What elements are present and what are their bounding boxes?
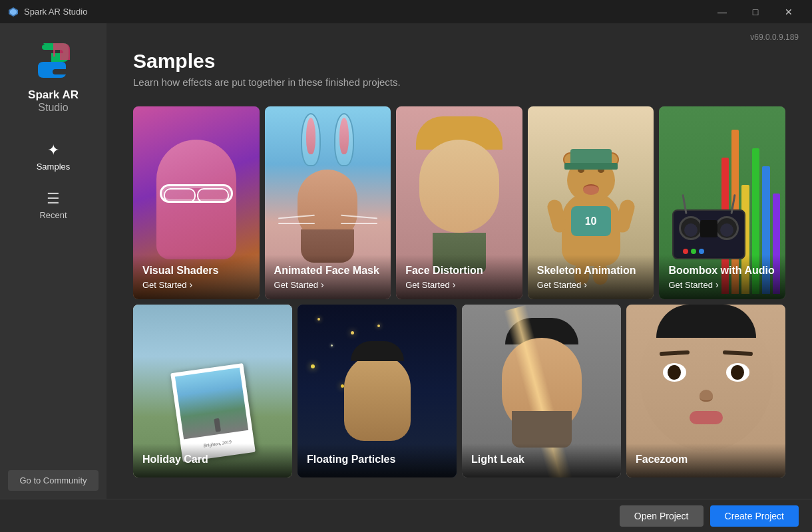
card-title-facezoom: Facezoom <box>636 453 776 466</box>
app-icon <box>8 7 19 17</box>
bear-shirt: 10 <box>571 206 611 236</box>
card-overlay-face-distortion: Face Distortion Get Started › <box>396 255 522 299</box>
card-arrow-animated-face: › <box>321 279 324 290</box>
logo-text-line1: Spark AR <box>28 88 79 102</box>
maximize-button[interactable]: □ <box>740 0 771 23</box>
sidebar-item-samples-label: Samples <box>37 162 71 172</box>
bear-hat-brim <box>564 163 618 170</box>
card-overlay-facezoom: Facezoom <box>626 444 785 477</box>
card-link-skeleton[interactable]: Get Started › <box>537 279 645 290</box>
sidebar-bottom: Go to Community <box>0 462 106 499</box>
card-overlay-holiday: Holiday Card <box>133 444 292 477</box>
bottom-bar: Open Project Create Project <box>0 499 812 532</box>
face-particles <box>344 354 411 441</box>
samples-grid-bottom: Brighton, 2019 Holiday Card <box>133 305 785 477</box>
logo-container: Spark AR Studio <box>28 37 79 114</box>
app-body: Spark AR Studio ✦ Samples ☰ Recent Go to… <box>0 23 812 499</box>
star-5 <box>311 364 315 368</box>
star-1 <box>317 318 320 321</box>
sidebar: Spark AR Studio ✦ Samples ☰ Recent Go to… <box>0 23 106 499</box>
minimize-button[interactable]: — <box>707 0 737 23</box>
sample-card-face-distortion[interactable]: Face Distortion Get Started › <box>396 106 522 299</box>
face-distortion-oval <box>419 140 499 233</box>
card-title-particles: Floating Particles <box>307 453 447 466</box>
nose <box>700 390 713 402</box>
sidebar-nav: ✦ Samples ☰ Recent <box>0 134 106 228</box>
card-overlay-particles: Floating Particles <box>298 444 457 477</box>
boombox-buttons <box>683 249 704 254</box>
card-link-boombox[interactable]: Get Started › <box>668 279 776 290</box>
star-4 <box>377 325 380 327</box>
eyebrow-left <box>659 350 689 356</box>
sidebar-item-recent-label: Recent <box>39 210 67 220</box>
bear-snout <box>583 184 599 195</box>
page-subtitle: Learn how effects are put together in th… <box>133 76 785 88</box>
sample-card-visual-shaders[interactable]: Visual Shaders Get Started › <box>133 106 260 299</box>
samples-icon: ✦ <box>47 142 59 159</box>
hair-facezoom <box>656 305 756 338</box>
close-button[interactable]: ✕ <box>773 0 804 23</box>
create-project-button[interactable]: Create Project <box>710 505 799 527</box>
page-title: Samples <box>133 50 785 72</box>
card-arrow-face-distortion: › <box>453 279 456 290</box>
whisker-4 <box>341 223 377 224</box>
sample-card-animated-face[interactable]: Animated Face Mask Get Started › <box>265 106 391 299</box>
card-overlay-boombox: Boombox with Audio Get Started › <box>659 255 785 299</box>
polaroid-image <box>174 368 248 440</box>
title-bar-left: Spark AR Studio <box>8 7 87 17</box>
card-title-boombox: Boombox with Audio <box>668 264 776 277</box>
ear-left <box>301 113 321 166</box>
recent-icon: ☰ <box>47 190 60 207</box>
sample-card-boombox[interactable]: Boombox with Audio Get Started › <box>659 106 785 299</box>
spark-ar-logo <box>30 37 77 83</box>
card-title-face-distortion: Face Distortion <box>405 264 513 277</box>
sample-card-holiday-card[interactable]: Brighton, 2019 Holiday Card <box>133 305 292 477</box>
glasses-overlay <box>160 184 233 203</box>
card-overlay-visual-shaders: Visual Shaders Get Started › <box>133 255 260 299</box>
sample-card-skeleton-animation[interactable]: 10 <box>528 106 654 299</box>
samples-grid-top: Visual Shaders Get Started › <box>133 106 785 299</box>
card-overlay-skeleton: Skeleton Animation Get Started › <box>528 255 654 299</box>
card-title-light-leak: Light Leak <box>471 453 612 466</box>
ear-right <box>334 113 354 166</box>
lips <box>690 411 723 424</box>
version-tag: v69.0.0.9.189 <box>750 33 799 42</box>
card-title-holiday: Holiday Card <box>142 453 283 466</box>
eye-left <box>663 363 686 382</box>
polaroid-person <box>214 418 221 432</box>
card-arrow-visual-shaders: › <box>189 279 192 290</box>
star-3 <box>331 344 333 346</box>
whisker-2 <box>278 223 315 224</box>
boombox-center-panel <box>700 220 717 237</box>
open-project-button[interactable]: Open Project <box>620 505 704 527</box>
card-title-visual-shaders: Visual Shaders <box>142 264 250 277</box>
card-link-visual-shaders[interactable]: Get Started › <box>142 279 250 290</box>
sidebar-item-samples[interactable]: ✦ Samples <box>0 134 106 180</box>
boombox-speaker-right <box>715 216 739 240</box>
title-bar: Spark AR Studio — □ ✕ <box>0 0 812 23</box>
card-arrow-boombox: › <box>715 279 719 290</box>
bunny-ears <box>301 113 354 166</box>
eyebrow-right <box>722 350 752 356</box>
card-title-skeleton: Skeleton Animation <box>537 264 645 277</box>
card-arrow-skeleton: › <box>584 279 587 290</box>
card-link-animated-face[interactable]: Get Started › <box>274 279 382 290</box>
card-overlay-light-leak: Light Leak <box>462 444 621 477</box>
card-title-animated-face: Animated Face Mask <box>274 264 382 277</box>
card-overlay-animated-face: Animated Face Mask Get Started › <box>265 255 391 299</box>
sidebar-item-recent[interactable]: ☰ Recent <box>0 182 106 228</box>
boombox-speaker-left <box>679 216 703 240</box>
logo-text-line2: Studio <box>38 102 68 114</box>
title-bar-title: Spark AR Studio <box>24 7 87 17</box>
eye-right <box>726 363 749 382</box>
community-button[interactable]: Go to Community <box>8 470 99 491</box>
sample-card-floating-particles[interactable]: Floating Particles <box>298 305 457 477</box>
card-link-face-distortion[interactable]: Get Started › <box>405 279 513 290</box>
title-bar-controls: — □ ✕ <box>707 0 804 23</box>
sample-card-light-leak[interactable]: Light Leak <box>462 305 621 477</box>
torso-light-leak <box>512 411 572 448</box>
sample-card-facezoom[interactable]: Facezoom <box>626 305 785 477</box>
star-2 <box>351 331 354 334</box>
main-content: v69.0.0.9.189 Samples Learn how effects … <box>106 23 812 499</box>
